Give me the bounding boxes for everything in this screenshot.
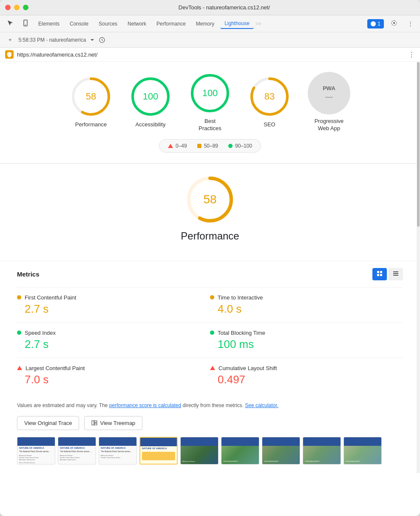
svg-rect-23 [92,421,94,425]
url-display: https://natureofamerica.cs12.net/ [17,51,408,58]
clock-icon [99,37,105,43]
cursor-tool[interactable] [3,18,17,29]
film-frame-9: SONORA DESERT [343,437,382,465]
notification-button[interactable]: 1 [367,19,384,29]
legend-average-label: 50–89 [204,143,218,149]
legend-fail: 0–49 [168,143,187,149]
seo-label: SEO [264,121,275,128]
perf-score-circle: 58 [184,174,236,225]
tab-performance[interactable]: Performance [152,19,190,29]
metric-cls: Cumulative Layout Shift 0.497 [210,358,403,393]
device-tool[interactable] [19,18,32,29]
svg-rect-25 [94,423,97,425]
metrics-grid: First Contentful Paint 2.7 s Time to Int… [17,287,403,393]
perf-score-value: 58 [203,193,216,206]
maximize-button[interactable] [23,5,28,10]
pwa-score-label: ProgressiveWeb App [315,118,344,132]
view-toggle-buttons [372,268,403,280]
performance-label: Performance [75,121,107,128]
action-buttons: View Original Trace View Treemap [0,416,420,437]
metrics-section: Metrics First Contentful Paint [0,261,420,402]
legend-dot-icon [228,144,233,148]
tbt-indicator [210,331,214,335]
score-best-practices[interactable]: 100 BestPractices [189,72,231,132]
metric-lcp: Largest Contentful Paint 7.0 s [17,358,210,393]
film-frame-3: NATURE OF AMERICA The National Parks Ser… [99,437,137,465]
footer-disclaimer: Values are estimated and may vary. The p… [0,402,420,416]
film-frame-1: NATURE OF AMERICA The National Parks Ser… [17,437,55,465]
si-value: 2.7 s [17,338,193,351]
list-view-button[interactable] [389,268,403,280]
score-seo[interactable]: 83 SEO [248,75,291,128]
close-button[interactable] [5,5,11,10]
perf-score-calc-link[interactable]: performance score is calculated [109,402,181,408]
best-practices-circle: 100 [189,72,231,114]
tti-value: 4.0 s [210,302,403,316]
best-practices-score: 100 [202,88,218,99]
score-performance[interactable]: 58 Performance [70,75,112,128]
calculator-link[interactable]: See calculator. [245,402,278,408]
fcp-label: First Contentful Paint [25,294,76,301]
filmstrip: NATURE OF AMERICA The National Parks Ser… [0,437,420,473]
seo-score: 83 [264,91,275,102]
lcp-label: Largest Contentful Paint [26,365,85,371]
fcp-indicator [17,295,21,299]
tti-indicator [210,295,214,299]
film-frame-7: SONORA DESERT [262,437,300,465]
session-bar: + 5:58:33 PM - natureofamerica [0,32,420,48]
minimize-button[interactable] [14,5,20,10]
tab-console[interactable]: Console [65,19,93,29]
tbt-value: 100 ms [210,338,403,351]
scrollbar-thumb[interactable] [417,62,420,227]
svg-rect-18 [377,274,379,276]
tab-memory[interactable]: Memory [192,19,219,29]
si-indicator [17,331,21,335]
scrollbar[interactable] [417,62,420,473]
metrics-header: Metrics [17,261,403,280]
cls-indicator [210,366,215,370]
score-pwa[interactable]: PWA — ProgressiveWeb App [308,72,350,132]
svg-text:!: ! [9,53,9,57]
more-tabs-icon[interactable]: >> [255,21,261,27]
tab-lighthouse[interactable]: Lighthouse [220,19,254,29]
view-treemap-button[interactable]: View Treemap [84,416,142,430]
legend-pass: 90–100 [228,143,252,149]
lcp-indicator [17,366,22,370]
cls-value: 0.497 [210,373,403,386]
grid-view-button[interactable] [372,268,387,280]
cls-label: Cumulative Layout Shift [219,365,277,371]
settings-button[interactable] [387,18,401,29]
svg-rect-24 [94,421,97,422]
accessibility-label: Accessibility [136,121,166,128]
more-options-button[interactable]: ⋮ [404,19,417,29]
tab-sources[interactable]: Sources [94,19,122,29]
metric-fcp: First Contentful Paint 2.7 s [17,287,210,322]
metric-si: Speed Index 2.7 s [17,322,210,358]
security-warning-icon: ! [5,50,14,59]
dropdown-icon[interactable] [89,37,95,43]
accessibility-circle: 100 [129,75,172,118]
accessibility-score: 100 [143,91,159,102]
view-trace-button[interactable]: View Original Trace [17,416,79,430]
legend-average: 50–89 [197,143,218,149]
legend-triangle-icon [168,144,173,148]
tab-network[interactable]: Network [123,19,150,29]
titlebar: DevTools - natureofamerica.cs12.net/ [0,0,420,15]
tti-label: Time to Interactive [218,294,263,301]
score-accessibility[interactable]: 100 Accessibility [129,75,172,128]
svg-rect-17 [380,271,382,273]
best-practices-label: BestPractices [199,118,221,132]
legend-pass-label: 90–100 [235,143,252,149]
devtools-toolbar: Elements Console Sources Network Perform… [0,15,420,32]
url-more-button[interactable]: ⋮ [408,51,415,59]
scores-section: 58 Performance 100 Accessibility [0,62,420,163]
svg-rect-21 [393,273,398,274]
tab-elements[interactable]: Elements [34,19,64,29]
svg-point-3 [393,22,395,24]
new-tab-button[interactable]: + [5,35,15,45]
session-time: 5:58:33 PM - natureofamerica [19,37,86,43]
traffic-lights [5,5,28,10]
pwa-circle: PWA — [308,72,350,114]
film-frame-4: NATURE OF AMERICA [139,437,178,465]
performance-detail-section: 58 Performance [0,164,420,261]
